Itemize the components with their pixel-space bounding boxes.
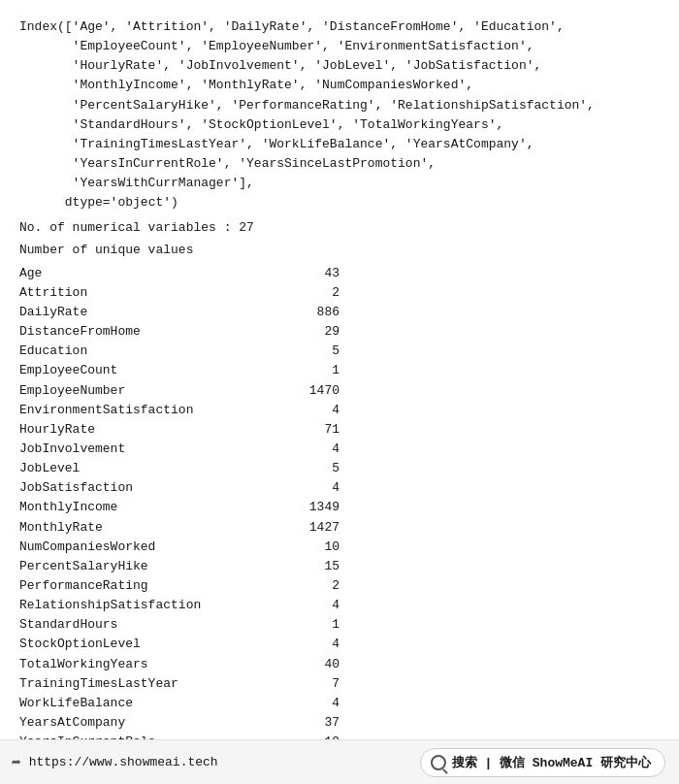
row-name: EmployeeCount [19,361,291,380]
row-value: 40 [291,655,340,674]
url-text: https://www.showmeai.tech [29,755,218,769]
table-row: EmployeeCount1 [19,361,660,380]
row-name: JobLevel [19,459,291,478]
row-name: Attrition [19,283,291,303]
row-name: MonthlyIncome [19,498,291,517]
row-name: StockOptionLevel [19,635,291,654]
table-row: JobInvolvement4 [19,440,660,459]
table-row: HourlyRate71 [19,420,660,440]
row-value: 1349 [291,498,340,517]
arrow-icon: ➦ [12,753,21,772]
main-content: Index(['Age', 'Attrition', 'DailyRate', … [0,0,679,784]
row-name: NumCompaniesWorked [19,538,291,557]
row-value: 4 [291,596,340,615]
table-row: Education5 [19,342,660,361]
row-name: JobInvolvement [19,440,291,459]
table-row: Age43 [19,264,660,283]
row-name: EmployeeNumber [19,381,291,401]
row-value: 2 [291,283,340,303]
row-name: StandardHours [19,615,291,635]
row-name: EnvironmentSatisfaction [19,401,291,420]
row-name: HourlyRate [19,420,291,440]
index-code-block: Index(['Age', 'Attrition', 'DailyRate', … [19,17,660,212]
row-value: 1427 [291,518,340,538]
unique-header-line: Number of unique values [19,241,660,260]
table-row: EmployeeNumber1470 [19,381,660,401]
row-name: PercentSalaryHike [19,557,291,576]
row-value: 4 [291,635,340,654]
row-name: MonthlyRate [19,518,291,538]
table-row: TrainingTimesLastYear7 [19,674,660,694]
search-badge[interactable]: 搜索 | 微信 ShowMeAI 研究中心 [420,748,665,777]
row-name: Education [19,342,291,361]
row-value: 10 [291,538,340,557]
table-row: DailyRate886 [19,303,660,322]
url-section: ➦ https://www.showmeai.tech [12,753,218,772]
row-value: 37 [291,713,340,733]
table-row: TotalWorkingYears40 [19,655,660,674]
row-value: 5 [291,342,340,361]
table-row: MonthlyIncome1349 [19,498,660,517]
table-row: PercentSalaryHike15 [19,557,660,576]
row-value: 1 [291,361,340,380]
row-value: 43 [291,264,340,283]
row-value: 1 [291,615,340,635]
row-value: 886 [291,303,340,322]
table-row: YearsAtCompany37 [19,713,660,733]
row-value: 4 [291,694,340,713]
row-value: 4 [291,401,340,420]
row-name: TrainingTimesLastYear [19,674,291,694]
table-row: Attrition2 [19,283,660,303]
table-row: JobSatisfaction4 [19,478,660,498]
badge-text: 搜索 | 微信 ShowMeAI 研究中心 [452,754,651,771]
row-name: WorkLifeBalance [19,694,291,713]
row-name: JobSatisfaction [19,478,291,498]
table-row: StockOptionLevel4 [19,635,660,654]
row-value: 4 [291,478,340,498]
row-value: 4 [291,440,340,459]
table-row: StandardHours1 [19,615,660,635]
numerical-count-line: No. of numerical variables : 27 [19,218,660,238]
unique-values-table: Age43Attrition2DailyRate886DistanceFromH… [19,264,660,784]
row-value: 29 [291,322,340,342]
row-name: Age [19,264,291,283]
row-value: 1470 [291,381,340,401]
row-name: DailyRate [19,303,291,322]
row-value: 2 [291,576,340,596]
table-row: PerformanceRating2 [19,576,660,596]
table-row: WorkLifeBalance4 [19,694,660,713]
table-row: RelationshipSatisfaction4 [19,596,660,615]
row-name: YearsAtCompany [19,713,291,733]
row-name: RelationshipSatisfaction [19,596,291,615]
search-icon [431,755,446,770]
bottom-bar: ➦ https://www.showmeai.tech 搜索 | 微信 Show… [0,739,679,784]
row-name: DistanceFromHome [19,322,291,342]
row-value: 71 [291,420,340,440]
table-row: MonthlyRate1427 [19,518,660,538]
table-row: DistanceFromHome29 [19,322,660,342]
row-value: 5 [291,459,340,478]
row-name: TotalWorkingYears [19,655,291,674]
table-row: JobLevel5 [19,459,660,478]
row-value: 15 [291,557,340,576]
row-value: 7 [291,674,340,694]
table-row: NumCompaniesWorked10 [19,538,660,557]
row-name: PerformanceRating [19,576,291,596]
table-row: EnvironmentSatisfaction4 [19,401,660,420]
